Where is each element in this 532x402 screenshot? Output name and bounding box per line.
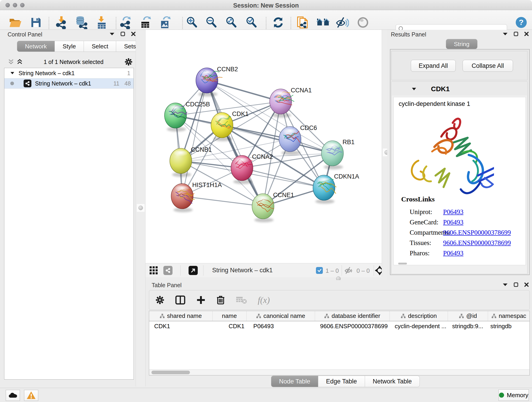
show-columns-icon[interactable] [175,295,185,305]
export-network-button[interactable] [119,15,133,30]
import-network-from-file-button[interactable] [296,15,310,30]
network-node-CCNA2[interactable]: CCNA2 [231,153,273,184]
expand-all-button[interactable]: Expand All [411,60,456,72]
table-type-tabs: Node Table Edge Table Network Table [271,376,420,387]
pharos-link[interactable]: P06493 [443,249,463,257]
network-node-CDKN1A[interactable]: CDKN1A [313,173,359,204]
zoom-out-button[interactable] [204,15,219,30]
close-panel-icon[interactable] [524,32,529,36]
string-network-graph[interactable]: CCNB2CCNA1CDC25BCDK1CDC6RB1CCNB1CCNA2CDK… [146,30,382,263]
network-collection-row[interactable]: String Network – cdk1 1 [4,68,133,78]
collapse-all-chevron-icon[interactable] [8,59,14,65]
network-canvas[interactable]: CCNB2CCNA1CDC25BCDK1CDC6RB1CCNB1CCNA2CDK… [146,30,382,263]
column-header-name[interactable]: name [213,311,247,321]
tab-node-table[interactable]: Node Table [271,376,318,387]
table-import-icon [96,16,108,29]
cell-description: cyclin-dependent ... [390,323,448,330]
network-node-CCNB2[interactable]: CCNB2 [196,66,238,96]
delete-column-icon[interactable] [216,295,225,305]
add-column-icon[interactable] [196,295,206,305]
view-share-icon[interactable] [163,266,172,275]
import-network-from-database-button[interactable] [74,15,89,30]
column-header-id[interactable]: @id [448,311,488,321]
export-image-button[interactable] [158,15,172,30]
network-list-toolbar: 1 of 1 Network selected [2,57,136,67]
network-node-RB1[interactable]: RB1 [322,139,355,169]
titlebar: Session: New Session [0,0,532,10]
network-node-HIST1H1A[interactable]: HIST1H1A [171,182,222,212]
left-splitter-handle[interactable] [137,204,145,212]
collection-expand-icon[interactable] [10,72,14,75]
network-selected-status: 1 of 1 Network selected [22,59,125,65]
collapse-all-button[interactable]: Collapse All [462,60,513,72]
column-header-database-identifier[interactable]: database identifier [315,311,390,321]
import-table-button[interactable] [94,15,109,30]
tab-edge-table[interactable]: Edge Table [318,376,365,387]
grid-view-icon[interactable] [149,266,158,275]
left-splitter[interactable] [136,30,146,386]
float-panel-icon[interactable] [120,32,125,36]
column-header-namespace[interactable]: namespac [488,311,530,321]
zoom-in-button[interactable] [185,15,199,30]
node-table[interactable]: shared name name canonical name database… [149,311,530,370]
toolbar-separator [291,17,291,30]
results-hscrollbar-thumb[interactable] [398,263,407,264]
warnings-button[interactable] [24,390,38,401]
birds-eye-view-button[interactable] [355,15,370,30]
node-entry-header[interactable]: CDK1 [392,82,527,96]
table-hscrollbar-thumb[interactable] [152,370,190,374]
zoom-fit-button[interactable] [224,15,239,30]
hidden-eye-icon[interactable] [344,267,354,274]
memory-button[interactable]: Memory [499,389,529,401]
panel-menu-icon[interactable] [503,283,508,286]
float-panel-icon[interactable] [514,32,518,36]
uniprot-link[interactable]: P06493 [443,208,463,216]
network-node-CDC25B[interactable]: CDC25B [165,101,210,132]
entry-collapse-icon[interactable] [412,88,416,90]
refresh-icon [272,17,284,28]
network-row[interactable]: String Network – cdk1 11 48 [4,78,133,89]
apply-layout-button[interactable] [271,15,285,30]
panel-menu-icon[interactable] [109,32,114,36]
network-node-CCNA1[interactable]: CCNA1 [270,87,312,118]
network-node-CCNB1[interactable]: CCNB1 [170,146,212,177]
export-image-icon [159,16,171,29]
expand-all-chevron-icon[interactable] [17,59,22,65]
show-hide-graphics-details-button[interactable] [335,15,350,30]
houses-icon [316,17,330,28]
open-session-button[interactable] [8,15,23,30]
selected-nodes-checkbox[interactable] [316,267,323,274]
cloud-button[interactable] [6,390,20,401]
tab-network[interactable]: Network [17,41,55,52]
table-settings-gear-icon[interactable] [156,296,164,304]
tab-string[interactable]: String [446,39,477,49]
tab-style[interactable]: Style [55,41,84,52]
table-hscrollbar[interactable] [149,370,530,375]
open-recent-session-button[interactable] [316,15,330,30]
view-network-name: String Network – cdk1 [212,267,273,274]
column-header-canonical-name[interactable]: canonical name [247,311,315,321]
help-button[interactable]: ? [514,15,529,30]
float-panel-icon[interactable] [514,282,518,287]
network-options-gear-icon[interactable] [125,58,133,66]
export-table-button[interactable] [139,15,153,30]
close-panel-icon[interactable] [131,32,136,36]
table-row[interactable]: CDK1 CDK1 P06493 9606.ENSP00000378699 cy… [149,321,530,331]
genecard-link[interactable]: P06493 [443,218,463,226]
import-network-button[interactable] [55,15,69,30]
close-panel-icon[interactable] [524,282,529,287]
zoom-selected-button[interactable] [244,15,259,30]
save-session-button[interactable] [29,15,43,30]
delete-table-icon [236,296,247,304]
network-node-CCNE1[interactable]: CCNE1 [252,191,294,222]
tissues-link[interactable]: 9606.ENSP00000378699 [443,239,511,246]
tab-network-table[interactable]: Network Table [365,376,420,387]
compartments-link[interactable]: 9606.ENSP00000378699 [443,229,511,236]
tab-select[interactable]: Select [84,41,116,52]
panel-menu-icon[interactable] [503,32,508,36]
zoom-fit-icon [225,17,237,28]
column-header-shared-name[interactable]: shared name [149,311,213,321]
cell-name: CDK1 [213,323,247,330]
open-in-new-window-icon[interactable] [189,266,198,275]
column-header-description[interactable]: description [390,311,448,321]
